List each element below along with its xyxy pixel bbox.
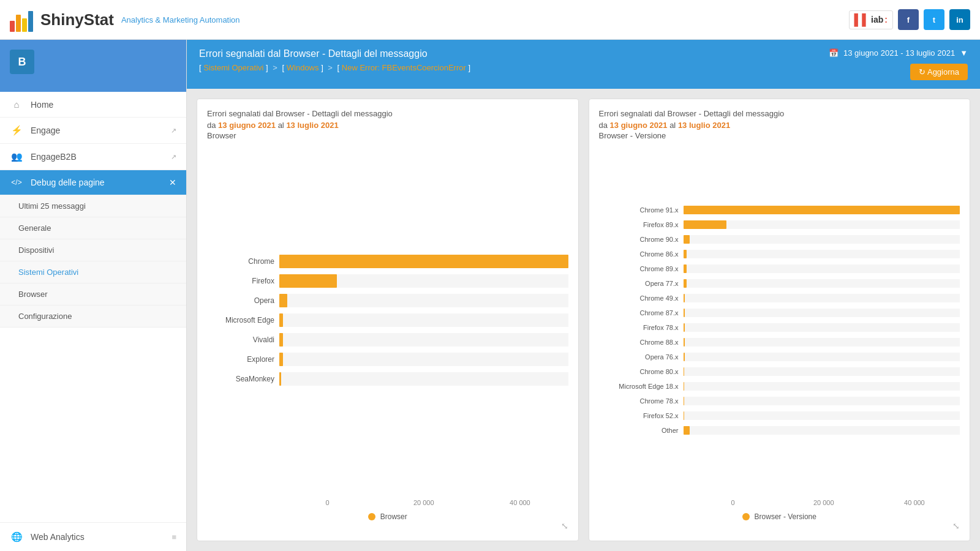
iab-icon: ▌▌ [854,13,870,26]
calendar-icon: 📅 [829,48,839,58]
bar-row: Firefox 78.x [599,323,960,332]
logo-shiny: Shiny [40,10,84,29]
bar-fill [684,382,685,391]
sidebar-item-debug[interactable]: </> Debug delle pagine ✕ [0,170,186,195]
bar-fill [684,323,685,332]
bar-fill [279,255,568,268]
sub-item-browser[interactable]: Browser [0,283,186,305]
external-icon: ↗ [171,153,176,161]
bar-label: Chrome 89.x [599,265,679,272]
close-icon[interactable]: ✕ [169,178,176,187]
sidebar-footer[interactable]: 🌐 Web Analytics ≡ [0,522,186,551]
bar-row: Firefox 89.x [599,220,960,229]
bar-fill [279,313,283,327]
chart2-date-to: 13 luglio 2021 [678,121,730,130]
breadcrumb-sistemi[interactable]: Sistemi Operativi [203,63,263,72]
chart1-x-axis: 0 20 000 40 000 [279,497,568,506]
iab-logo: ▌▌ iab: [849,10,893,29]
bar-track [279,353,568,366]
bar-row: Explorer [207,353,568,366]
content-header: Errori segnalati dal Browser - Dettagli … [187,40,980,89]
date-range[interactable]: 📅 13 giugno 2021 - 13 luglio 2021 ▼ [829,48,968,58]
facebook-button[interactable]: f [898,9,919,30]
bar-fill [684,206,960,214]
content-header-title: Errori segnalati dal Browser - Dettagli … [199,48,470,72]
aggiorna-button[interactable]: ↻ Aggiorna [910,64,968,80]
bar-label: Firefox [207,277,274,285]
sub-item-generale[interactable]: Generale [0,217,186,239]
bar-row: Firefox [207,274,568,288]
chart2-title: Errori segnalati dal Browser - Dettagli … [599,109,960,118]
menu-icon[interactable]: ≡ [172,533,176,542]
bar-fill [684,426,690,435]
bar-track [684,206,960,214]
logo-bar-3 [22,18,27,32]
bar-label: Chrome 86.x [599,250,679,258]
sidebar-item-home[interactable]: ⌂ Home [0,92,186,118]
twitter-button[interactable]: t [924,9,944,30]
chart-browser-version: Errori segnalati dal Browser - Dettagli … [589,99,971,541]
charts-area: Errori segnalati dal Browser - Dettagli … [187,89,980,551]
bar-label: Chrome 90.x [599,236,679,243]
bar-fill [684,264,687,273]
bar-row: Vivaldi [207,333,568,347]
sub-item-dispositivi[interactable]: Dispositivi [0,239,186,261]
web-analytics-label: Web Analytics [31,532,164,542]
bar-row: Opera 77.x [599,279,960,288]
chart2-legend: Browser - Versione [599,512,960,521]
bar-track [279,255,568,268]
sub-item-ultimi25[interactable]: Ultimi 25 messaggi [0,195,186,217]
date-range-text: 13 giugno 2021 - 13 luglio 2021 [843,48,955,58]
sidebar-item-engage[interactable]: ⚡ Engage ↗ [0,118,186,144]
bar-track [684,235,960,244]
page-title: Errori segnalati dal Browser - Dettagli … [199,48,470,59]
bar-label: Chrome 91.x [599,206,679,214]
bar-row: Chrome 91.x [599,206,960,214]
sidebar-item-engageb2b[interactable]: 👥 EngageB2B ↗ [0,144,186,170]
main-content: Errori segnalati dal Browser - Dettagli … [187,40,980,551]
app-body: B ⌂ Home ⚡ Engage ↗ 👥 EngageB2B ↗ </> De… [0,40,980,551]
bar-track [684,294,960,302]
breadcrumb-sep-2: > [328,63,333,72]
breadcrumb-sep-1: > [273,63,277,72]
bar-track [279,294,568,307]
bar-fill [684,279,687,288]
bar-label: Opera 76.x [599,353,679,361]
bar-label: Vivaldi [207,335,274,344]
bar-fill [279,333,283,347]
bar-label: Firefox 52.x [599,412,679,419]
chart-browser: Errori segnalati dal Browser - Dettagli … [197,99,579,541]
content-header-top: Errori segnalati dal Browser - Dettagli … [199,48,968,80]
chart1-legend-label: Browser [380,512,407,521]
bar-track [684,397,960,405]
chart2-bars: Chrome 91.xFirefox 89.xChrome 90.xChrome… [599,150,960,497]
sidebar-header: B [0,40,186,92]
bar-row: Chrome 88.x [599,338,960,347]
bar-label: Chrome [207,257,274,266]
bar-track [684,382,960,391]
chart2-subtitle: Browser - Versione [599,131,960,140]
linkedin-button[interactable]: in [949,9,970,30]
avatar: B [10,50,34,74]
bar-fill [684,309,685,317]
bar-track [684,250,960,258]
bar-label: Chrome 80.x [599,368,679,375]
bar-fill [684,294,685,302]
logo-bar-1 [10,21,15,32]
iab-text: iab [871,15,883,24]
breadcrumb-windows[interactable]: Windows [287,63,319,72]
sub-item-configurazione[interactable]: Configurazione [0,305,186,328]
legend-dot [742,513,750,520]
bar-row: Chrome [207,255,568,268]
bar-fill [684,397,685,405]
sub-item-sistemi[interactable]: Sistemi Operativi [0,261,186,283]
bar-fill [684,353,685,361]
logo-text: ShinyStat [40,10,114,29]
expand-icon[interactable]: ⤡ [561,521,568,531]
expand-icon[interactable]: ⤡ [952,521,960,531]
bar-track [684,279,960,288]
legend-dot [368,513,375,520]
bar-fill [684,250,687,258]
bar-fill [279,353,283,366]
bar-track [684,220,960,229]
